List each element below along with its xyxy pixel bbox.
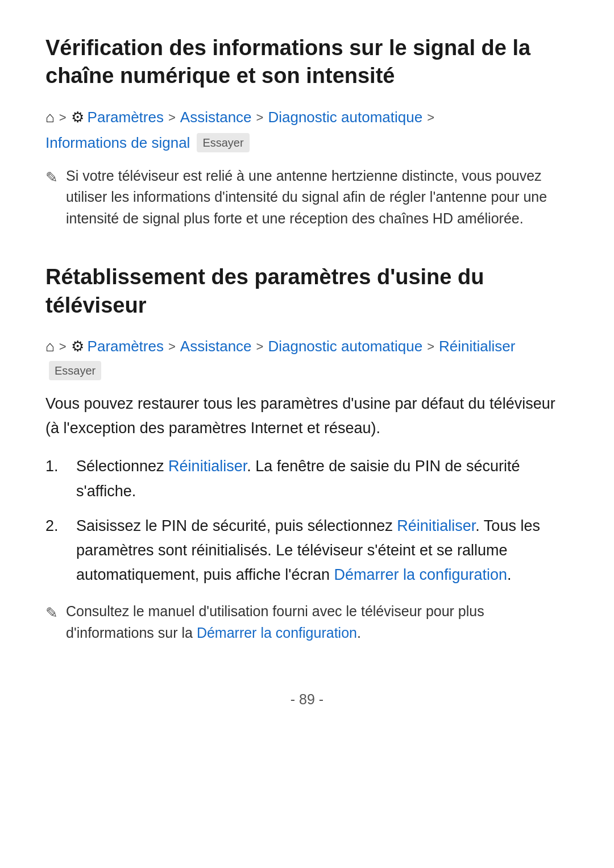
note2-text-after: . <box>357 625 361 641</box>
note2-link-demarrer[interactable]: Démarrer la configuration <box>197 625 357 641</box>
step2-link-reinitialiser[interactable]: Réinitialiser <box>397 517 475 534</box>
step2-link-demarrer[interactable]: Démarrer la configuration <box>334 566 507 583</box>
breadcrumb2-parametres[interactable]: Paramètres <box>88 335 164 358</box>
section2-breadcrumb: ⌂ > ⚙ Paramètres > Assistance > Diagnost… <box>45 335 569 380</box>
section-signal-info: Vérification des informations sur le sig… <box>45 34 569 229</box>
home-icon: ⌂ <box>45 106 55 128</box>
settings-icon: ⚙ <box>71 106 84 128</box>
breadcrumb2-assistance[interactable]: Assistance <box>180 335 252 358</box>
step2-text-before: Saisissez le PIN de sécurité, puis sélec… <box>76 517 397 534</box>
breadcrumb-sep3: > <box>256 108 264 127</box>
breadcrumb-sep4: > <box>427 108 434 127</box>
breadcrumb2-sep1: > <box>59 337 67 356</box>
step2-text: Saisissez le PIN de sécurité, puis sélec… <box>76 514 569 588</box>
section2-body: Vous pouvez restaurer tous les paramètre… <box>45 392 569 441</box>
pencil-icon-1: ✎ <box>45 167 58 189</box>
step2-text-after: . <box>507 566 512 583</box>
breadcrumb-sep2: > <box>168 108 176 127</box>
step1-text-before: Sélectionnez <box>76 458 168 475</box>
pencil-icon-2: ✎ <box>45 602 58 624</box>
step-2: 2. Saisissez le PIN de sécurité, puis sé… <box>45 514 569 588</box>
breadcrumb2-sep2: > <box>168 337 176 356</box>
breadcrumb-signal[interactable]: Informations de signal <box>45 132 190 154</box>
essayer-badge-1: Essayer <box>197 133 249 152</box>
section1-breadcrumb: ⌂ > ⚙ Paramètres > Assistance > Diagnost… <box>45 106 569 154</box>
settings-icon-2: ⚙ <box>71 335 84 358</box>
page-footer: - 89 - <box>45 689 569 711</box>
section2-title: Rétablissement des paramètres d'usine du… <box>45 263 569 319</box>
steps-list: 1. Sélectionnez Réinitialiser. La fenêtr… <box>45 454 569 587</box>
breadcrumb-sep1: > <box>59 108 67 127</box>
section2-note-row: ✎ Consultez le manuel d'utilisation four… <box>45 601 569 643</box>
section1-note: Si votre téléviseur est relié à une ante… <box>66 165 569 230</box>
breadcrumb2-sep3: > <box>256 337 264 356</box>
breadcrumb-diagnostic-1[interactable]: Diagnostic automatique <box>268 106 422 128</box>
breadcrumb2-reinitialiser[interactable]: Réinitialiser <box>439 335 515 358</box>
breadcrumb2-diagnostic[interactable]: Diagnostic automatique <box>268 335 422 358</box>
section2-note: Consultez le manuel d'utilisation fourni… <box>66 601 569 643</box>
step-number-2: 2. <box>45 514 66 538</box>
section1-title: Vérification des informations sur le sig… <box>45 34 569 90</box>
breadcrumb-assistance-1[interactable]: Assistance <box>180 106 252 128</box>
section-reinitialiser: Rétablissement des paramètres d'usine du… <box>45 263 569 643</box>
breadcrumb-parametres-1[interactable]: Paramètres <box>88 106 164 128</box>
step1-text: Sélectionnez Réinitialiser. La fenêtre d… <box>76 454 569 503</box>
step-number-1: 1. <box>45 454 66 479</box>
essayer-badge-2: Essayer <box>49 361 101 380</box>
page-number: - 89 - <box>291 691 323 707</box>
breadcrumb2-sep4: > <box>427 337 434 356</box>
home-icon-2: ⌂ <box>45 335 55 358</box>
section1-note-row: ✎ Si votre téléviseur est relié à une an… <box>45 165 569 230</box>
step1-link-reinitialiser[interactable]: Réinitialiser <box>168 458 247 475</box>
step-1: 1. Sélectionnez Réinitialiser. La fenêtr… <box>45 454 569 503</box>
